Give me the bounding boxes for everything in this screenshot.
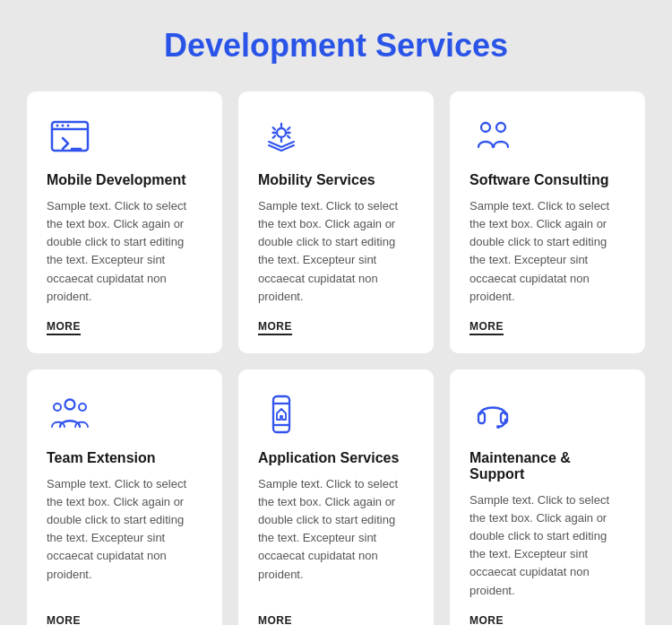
code-window-icon — [47, 113, 93, 160]
card-mobile-development-more[interactable]: MORE — [47, 320, 81, 335]
card-mobile-development-text: Sample text. Click to select the text bo… — [47, 197, 202, 306]
card-mobility-services-more[interactable]: MORE — [258, 320, 292, 335]
card-mobile-development: Mobile Development Sample text. Click to… — [27, 91, 222, 353]
cards-grid: Mobile Development Sample text. Click to… — [27, 91, 645, 625]
card-mobility-services: Mobility Services Sample text. Click to … — [238, 91, 434, 353]
svg-point-17 — [496, 425, 500, 429]
card-team-extension-title: Team Extension — [47, 450, 156, 466]
card-team-extension-text: Sample text. Click to select the text bo… — [47, 475, 202, 600]
svg-point-6 — [277, 128, 286, 137]
card-mobile-development-title: Mobile Development — [47, 172, 186, 188]
svg-rect-15 — [478, 412, 485, 423]
svg-point-8 — [496, 123, 505, 132]
svg-point-11 — [79, 404, 86, 411]
card-maintenance-support: Maintenance & Support Sample text. Click… — [450, 369, 645, 625]
card-mobility-services-text: Sample text. Click to select the text bo… — [258, 197, 414, 306]
card-software-consulting-title: Software Consulting — [470, 172, 609, 188]
svg-point-7 — [481, 123, 490, 132]
svg-point-4 — [67, 125, 70, 127]
layers-stack-icon — [258, 113, 305, 160]
mobile-app-icon — [258, 391, 305, 438]
card-software-consulting-more[interactable]: MORE — [470, 320, 504, 335]
people-consult-icon — [470, 113, 516, 160]
headset-icon — [470, 391, 516, 438]
card-maintenance-support-text: Sample text. Click to select the text bo… — [470, 491, 625, 600]
card-software-consulting: Software Consulting Sample text. Click t… — [450, 91, 645, 353]
team-group-icon — [47, 391, 93, 438]
card-application-services-more[interactable]: MORE — [258, 614, 292, 625]
card-application-services-text: Sample text. Click to select the text bo… — [258, 475, 414, 600]
card-maintenance-support-more[interactable]: MORE — [470, 614, 504, 625]
svg-point-3 — [62, 125, 65, 127]
card-team-extension-more[interactable]: MORE — [47, 614, 81, 625]
page-title: Development Services — [27, 27, 645, 65]
page-wrapper: Development Services Mobile Development … — [0, 0, 672, 625]
svg-rect-12 — [273, 396, 289, 432]
card-team-extension: Team Extension Sample text. Click to sel… — [27, 369, 222, 625]
card-maintenance-support-title: Maintenance & Support — [470, 450, 625, 482]
svg-point-10 — [54, 404, 61, 411]
svg-point-2 — [56, 125, 59, 127]
card-application-services: Application Services Sample text. Click … — [238, 369, 434, 625]
card-application-services-title: Application Services — [258, 450, 399, 466]
card-mobility-services-title: Mobility Services — [258, 172, 375, 188]
card-software-consulting-text: Sample text. Click to select the text bo… — [470, 197, 625, 306]
svg-point-9 — [65, 399, 75, 409]
